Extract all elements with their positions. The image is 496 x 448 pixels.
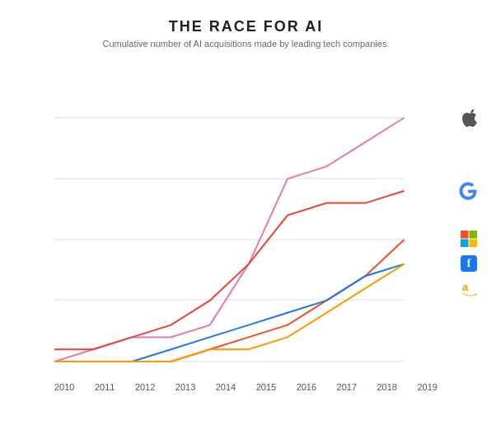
chart-svg: 0 5 10 15 20 xyxy=(54,57,438,378)
apple-logo xyxy=(462,109,477,130)
chart-title: THE RACE FOR AI xyxy=(54,18,438,35)
x-label-2010: 2010 xyxy=(54,382,74,392)
x-label-2011: 2011 xyxy=(95,382,115,392)
svg-rect-11 xyxy=(469,231,477,239)
svg-marker-14 xyxy=(475,293,477,296)
x-label-2019: 2019 xyxy=(417,382,437,392)
amazon-logo: a xyxy=(462,279,477,297)
x-label-2012: 2012 xyxy=(135,382,155,392)
chart-container: THE RACE FOR AI Cumulative number of AI … xyxy=(9,10,487,438)
svg-rect-12 xyxy=(461,239,469,247)
microsoft-logo xyxy=(461,231,477,250)
x-axis-labels: 2010 2011 2012 2013 2014 2015 2016 2017 … xyxy=(54,382,438,392)
svg-rect-13 xyxy=(469,239,477,247)
x-label-2017: 2017 xyxy=(337,382,357,392)
x-label-2015: 2015 xyxy=(256,382,276,392)
chart-subtitle: Cumulative number of AI acquisitions mad… xyxy=(54,39,438,49)
google-logo xyxy=(459,182,477,203)
svg-rect-10 xyxy=(461,231,469,239)
chart-area: 0 5 10 15 20 xyxy=(54,57,438,378)
facebook-logo: f xyxy=(461,255,477,272)
x-label-2018: 2018 xyxy=(377,382,397,392)
x-label-2013: 2013 xyxy=(175,382,195,392)
x-label-2016: 2016 xyxy=(297,382,316,392)
x-label-2014: 2014 xyxy=(216,382,236,392)
